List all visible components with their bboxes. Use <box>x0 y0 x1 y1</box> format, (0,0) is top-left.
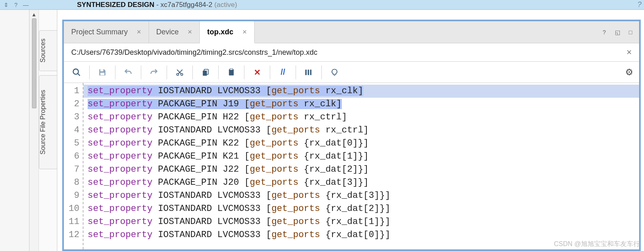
svg-rect-2 <box>100 69 104 71</box>
left-dock: ▲ <box>0 10 39 251</box>
help-icon[interactable]: ? <box>12 1 20 9</box>
updown-icon[interactable]: ⇕ <box>2 1 10 9</box>
code-line[interactable]: set_property IOSTANDARD LVCMOS33 [get_po… <box>84 124 639 137</box>
scroll-up-icon[interactable]: ▲ <box>32 11 37 18</box>
code-line[interactable]: set_property IOSTANDARD LVCMOS33 [get_po… <box>84 85 639 98</box>
editor-toolbar: ✕ // ⚙ <box>64 62 639 83</box>
side-tabs: Sources Source File Properties <box>39 10 57 251</box>
line-number: 11 <box>64 215 83 229</box>
restore-icon[interactable]: ◱ <box>612 27 623 38</box>
line-number: 7 <box>64 163 83 176</box>
svg-rect-13 <box>308 69 309 75</box>
svg-rect-9 <box>203 70 207 76</box>
line-gutter: 123456789101112 <box>64 83 84 249</box>
bulb-icon[interactable] <box>328 65 341 79</box>
code-line[interactable]: set_property PACKAGE_PIN H22 [get_ports … <box>84 111 639 124</box>
close-icon[interactable]: × <box>188 28 192 36</box>
code-editor[interactable]: 123456789101112 set_property IOSTANDARD … <box>64 83 639 249</box>
tab-label: Device <box>156 28 179 36</box>
line-number: 2 <box>64 98 83 111</box>
paste-icon[interactable] <box>224 65 238 79</box>
line-number: 12 <box>64 229 83 242</box>
svg-rect-12 <box>305 69 307 75</box>
search-icon[interactable] <box>70 65 84 79</box>
tab-device[interactable]: Device × <box>149 21 200 43</box>
cut-icon[interactable] <box>173 65 187 79</box>
tab-label: top.xdc <box>207 28 233 36</box>
code-line[interactable]: set_property PACKAGE_PIN J20 [get_ports … <box>84 176 639 189</box>
svg-point-0 <box>73 69 79 74</box>
panel-help-icon[interactable]: ? <box>637 0 642 9</box>
line-number: 3 <box>64 111 83 124</box>
code-line[interactable]: set_property PACKAGE_PIN J22 [get_ports … <box>84 163 639 176</box>
redo-icon[interactable] <box>147 65 161 79</box>
svg-rect-3 <box>100 72 104 75</box>
code-line[interactable]: set_property IOSTANDARD LVCMOS33 [get_po… <box>84 215 639 229</box>
watermark: CSDN @旭旭宝宝和车友车行 <box>554 240 640 249</box>
svg-rect-10 <box>229 69 234 75</box>
comment-icon[interactable]: // <box>276 65 290 79</box>
file-path-bar: C:/Users/76739/Desktop/vivado/timing2/ti… <box>64 43 639 62</box>
scrollbar[interactable]: ▲ <box>29 10 39 251</box>
scrollbar-thumb[interactable] <box>32 18 36 108</box>
gear-icon[interactable]: ⚙ <box>625 67 633 78</box>
line-number: 8 <box>64 176 83 189</box>
svg-line-1 <box>78 73 80 76</box>
line-number: 9 <box>64 189 83 202</box>
line-number: 6 <box>64 150 83 163</box>
code-line[interactable]: set_property IOSTANDARD LVCMOS33 [get_po… <box>84 189 639 202</box>
window-title: SYNTHESIZED DESIGN - xc7a75tfgg484-2 (ac… <box>77 1 237 9</box>
line-number: 4 <box>64 124 83 137</box>
close-icon[interactable]: × <box>137 28 141 36</box>
save-icon[interactable] <box>95 65 109 79</box>
minimize-icon[interactable]: — <box>22 1 29 9</box>
tab-project-summary[interactable]: Project Summary × <box>64 21 149 43</box>
svg-rect-14 <box>310 69 311 75</box>
code-line[interactable]: set_property IOSTANDARD LVCMOS33 [get_po… <box>84 202 639 215</box>
line-number: 1 <box>64 85 83 98</box>
close-file-icon[interactable]: × <box>626 47 632 58</box>
source-file-properties-tab[interactable]: Source File Properties <box>39 75 57 169</box>
line-number: 10 <box>64 202 83 215</box>
code-line[interactable]: set_property PACKAGE_PIN J19 [get_ports … <box>84 98 639 111</box>
editor-panel: Project Summary × Device × top.xdc × ? ◱… <box>62 20 641 251</box>
line-number: 5 <box>64 137 83 150</box>
code-line[interactable]: set_property PACKAGE_PIN K21 [get_ports … <box>84 150 639 163</box>
maximize-icon[interactable]: □ <box>625 27 636 38</box>
code-line[interactable]: set_property PACKAGE_PIN K22 [get_ports … <box>84 137 639 150</box>
delete-icon[interactable]: ✕ <box>250 65 264 79</box>
code-area[interactable]: set_property IOSTANDARD LVCMOS33 [get_po… <box>84 83 639 249</box>
tab-bar: Project Summary × Device × top.xdc × ? ◱… <box>64 21 639 43</box>
undo-icon[interactable] <box>121 65 135 79</box>
columns-icon[interactable] <box>302 65 316 79</box>
sources-tab[interactable]: Sources <box>39 30 57 71</box>
tab-label: Project Summary <box>71 28 128 36</box>
close-icon[interactable]: × <box>242 28 247 36</box>
svg-rect-11 <box>230 68 233 69</box>
tab-top-xdc[interactable]: top.xdc × <box>200 21 255 43</box>
tab-help-icon[interactable]: ? <box>599 27 610 38</box>
file-path: C:/Users/76739/Desktop/vivado/timing2/ti… <box>71 48 317 57</box>
title-bar: ⇕ ? — SYNTHESIZED DESIGN - xc7a75tfgg484… <box>0 0 644 10</box>
copy-icon[interactable] <box>199 65 212 79</box>
